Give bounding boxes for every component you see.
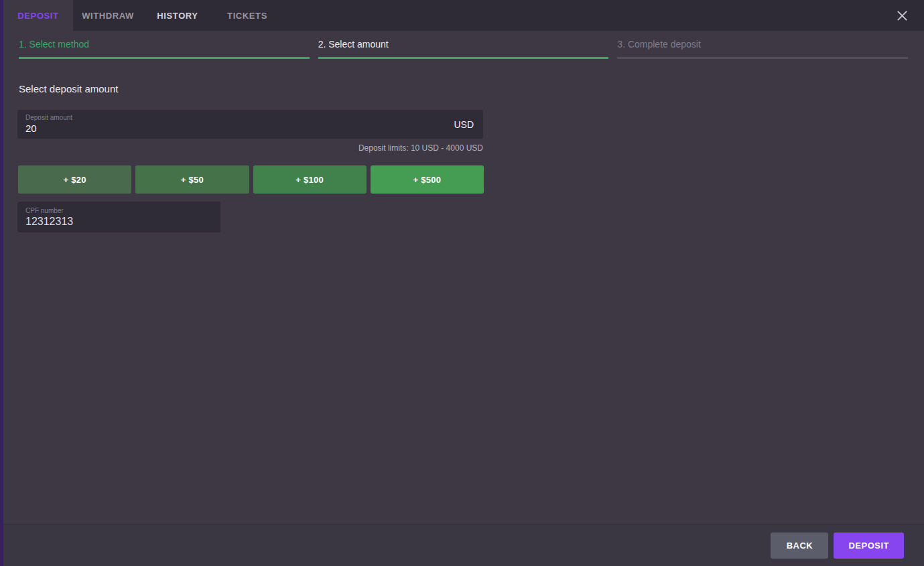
- step-select-method-label: 1. Select method: [19, 39, 89, 50]
- deposit-amount-field[interactable]: Deposit amount USD: [17, 110, 483, 139]
- tab-history-label: HISTORY: [157, 11, 198, 21]
- deposit-amount-input[interactable]: [25, 122, 475, 135]
- quick-amount-20-button[interactable]: + $20: [18, 165, 131, 194]
- deposit-button[interactable]: DEPOSIT: [834, 533, 904, 559]
- tab-tickets-label: TICKETS: [227, 11, 267, 21]
- form-heading: Select deposit amount: [19, 83, 118, 94]
- deposit-limits-text: Deposit limits: 10 USD - 4000 USD: [17, 143, 483, 153]
- deposit-amount-label: Deposit amount: [25, 113, 475, 122]
- tab-deposit[interactable]: DEPOSIT: [3, 0, 73, 31]
- step-indicator: 1. Select method 2. Select amount 3. Com…: [19, 39, 908, 59]
- step-select-amount[interactable]: 2. Select amount: [318, 39, 609, 59]
- deposit-modal: { "tabs": [ { "label": "DEPOSIT" }, { "l…: [0, 0, 924, 566]
- cpf-number-field[interactable]: CPF number: [17, 202, 220, 232]
- currency-label: USD: [454, 110, 474, 139]
- quick-amount-500-button[interactable]: + $500: [371, 165, 484, 194]
- left-accent-strip: [0, 0, 3, 566]
- tab-deposit-label: DEPOSIT: [17, 11, 58, 21]
- step-complete-deposit: 3. Complete deposit: [617, 39, 908, 59]
- tab-withdraw-label: WITHDRAW: [82, 11, 134, 21]
- tab-withdraw[interactable]: WITHDRAW: [73, 0, 143, 31]
- footer-bar: BACK DEPOSIT: [0, 524, 924, 566]
- step-select-method[interactable]: 1. Select method: [19, 39, 310, 59]
- tab-bar: DEPOSIT WITHDRAW HISTORY TICKETS: [3, 0, 924, 31]
- close-icon: [896, 9, 909, 22]
- cpf-number-input[interactable]: [25, 215, 212, 228]
- step-select-amount-label: 2. Select amount: [318, 39, 389, 50]
- close-button[interactable]: [888, 0, 916, 31]
- quick-amount-100-button[interactable]: + $100: [253, 165, 367, 194]
- quick-amount-row: + $20 + $50 + $100 + $500: [18, 165, 484, 194]
- step-complete-deposit-label: 3. Complete deposit: [617, 39, 701, 50]
- cpf-number-label: CPF number: [25, 206, 212, 215]
- back-button[interactable]: BACK: [771, 533, 828, 559]
- tab-tickets[interactable]: TICKETS: [212, 0, 282, 31]
- tab-history[interactable]: HISTORY: [143, 0, 212, 31]
- quick-amount-50-button[interactable]: + $50: [135, 165, 249, 194]
